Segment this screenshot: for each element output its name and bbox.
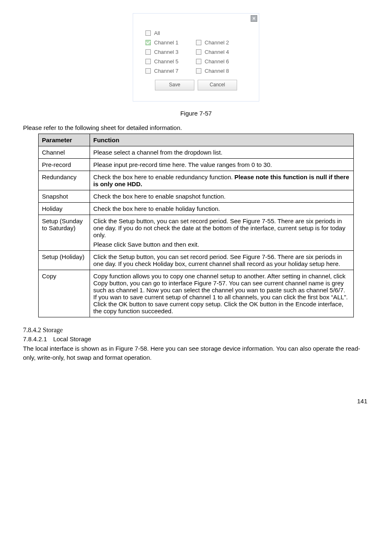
table-row: Copy Copy function allows you to copy on… — [39, 270, 354, 317]
close-icon[interactable]: × — [251, 15, 257, 22]
cell-param: Setup (Sunday to Saturday) — [39, 215, 90, 251]
table-row: Channel Please select a channel from the… — [39, 146, 354, 159]
th-function: Function — [90, 134, 354, 146]
page-number: 141 — [23, 398, 369, 405]
figure-caption: Figure 7-57 — [23, 110, 369, 117]
cell-func: Check the box here to enable holiday fun… — [90, 203, 354, 215]
table-row: Setup (Holiday) Click the Setup button, … — [39, 251, 354, 270]
cell-param: Channel — [39, 146, 90, 159]
cell-func: Click the Setup button, you can set reco… — [90, 251, 354, 270]
cell-func: Click the Setup button, you can set reco… — [90, 215, 354, 251]
label-channel-2: Channel 2 — [205, 39, 229, 46]
label-all: All — [154, 30, 160, 36]
cell-func: Check the box here to enable snapshot fu… — [90, 190, 354, 203]
label-channel-5: Channel 5 — [154, 58, 178, 65]
table-row: Holiday Check the box here to enable hol… — [39, 203, 354, 215]
checkbox-channel-4[interactable] — [196, 49, 201, 55]
cell-func: Please select a channel from the dropdow… — [90, 146, 354, 159]
cell-param: Holiday — [39, 203, 90, 215]
cell-param: Snapshot — [39, 190, 90, 203]
section-heading: 7.8.4.2 Storage — [23, 326, 369, 334]
cell-func: Please input pre-record time here. The v… — [90, 159, 354, 171]
label-channel-1: Channel 1 — [154, 39, 178, 46]
cell-param: Setup (Holiday) — [39, 251, 90, 270]
cancel-button[interactable]: Cancel — [198, 80, 237, 90]
checkbox-all[interactable] — [145, 30, 151, 36]
table-row: Setup (Sunday to Saturday) Click the Set… — [39, 215, 354, 251]
table-row: Snapshot Check the box here to enable sn… — [39, 190, 354, 203]
dialog-titlebar: × — [133, 14, 259, 24]
checkbox-channel-5[interactable] — [145, 59, 151, 64]
th-parameter: Parameter — [39, 134, 90, 146]
checkbox-channel-6[interactable] — [196, 59, 201, 64]
checkbox-channel-2[interactable] — [196, 40, 201, 45]
table-row: Redundancy Check the box here to enable … — [39, 171, 354, 190]
cell-param: Pre-record — [39, 159, 90, 171]
parameter-table: Parameter Function Channel Please select… — [38, 134, 354, 317]
checkbox-channel-7[interactable] — [145, 68, 151, 74]
label-channel-7: Channel 7 — [154, 68, 178, 74]
cell-param: Copy — [39, 270, 90, 317]
label-channel-6: Channel 6 — [205, 58, 229, 65]
label-channel-8: Channel 8 — [205, 68, 229, 74]
body-paragraph: The local interface is shown as in Figur… — [23, 344, 369, 362]
cell-func: Check the box here to enable redundancy … — [90, 171, 354, 190]
subsection-heading: 7.8.4.2.1 Local Storage — [23, 335, 369, 342]
save-button[interactable]: Save — [155, 80, 194, 90]
cell-func: Copy function allows you to copy one cha… — [90, 270, 354, 317]
checkbox-channel-1[interactable] — [145, 40, 151, 45]
label-channel-3: Channel 3 — [154, 49, 178, 55]
checkbox-channel-3[interactable] — [145, 49, 151, 55]
cell-param: Redundancy — [39, 171, 90, 190]
table-row: Pre-record Please input pre-record time … — [39, 159, 354, 171]
label-channel-4: Channel 4 — [205, 49, 229, 55]
lead-text: Please refer to the following sheet for … — [23, 124, 369, 131]
checkbox-channel-8[interactable] — [196, 68, 201, 74]
copy-channel-dialog: × All Channel 1 Channel 2 — [133, 13, 259, 102]
